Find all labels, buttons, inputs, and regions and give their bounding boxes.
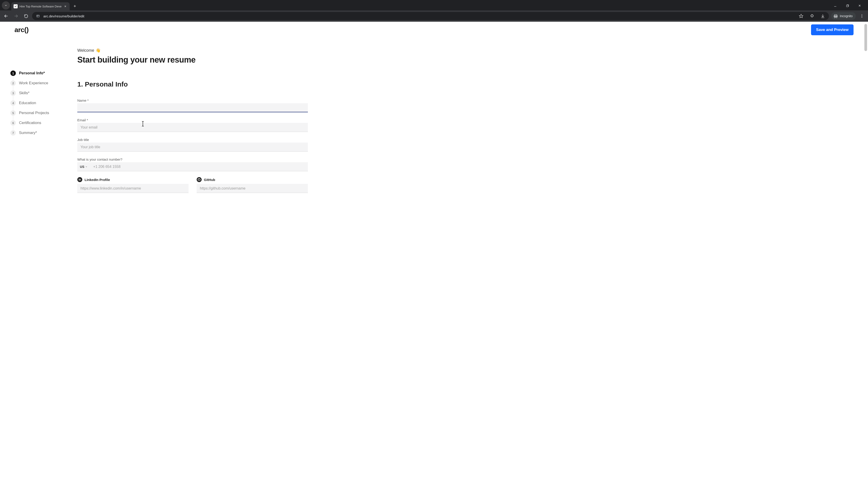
jobtitle-field-group: Job title [77,138,308,152]
site-info-icon[interactable] [35,13,41,19]
scrollbar[interactable] [864,22,868,488]
app-header: arc() Save and Preview [0,22,868,38]
browser-tab[interactable]: Hire Top Remote Software Deve [11,2,70,10]
github-icon [197,177,202,182]
email-input[interactable] [77,123,308,132]
step-label: Personal Projects [19,111,49,115]
wave-icon: 👋 [96,48,101,53]
browser-menu-icon[interactable] [858,12,866,20]
step-label: Education [19,101,36,105]
step-number: 7 [10,130,16,135]
linkedin-field-group: in LinkedIn Profile [77,177,188,193]
url-text: arc.dev/resume/builder/edit [43,14,796,18]
step-number: 2 [10,80,16,86]
linkedin-icon: in [77,177,82,182]
github-input[interactable] [197,184,308,193]
incognito-label: Incognito [840,14,852,18]
svg-rect-11 [37,15,39,17]
step-number: 4 [10,100,16,106]
country-code-select[interactable]: US [77,162,90,171]
window-close-icon[interactable] [856,2,863,9]
sidebar-item-personal-info[interactable]: 1 Personal Info* [10,68,74,78]
svg-point-18 [862,16,862,17]
name-input[interactable] [77,103,308,112]
resume-steps-sidebar: 1 Personal Info* 2 Work Experience 3 Ski… [10,38,74,193]
main-content: Welcome 👋 Start building your new resume… [77,38,308,193]
forward-button[interactable] [12,12,20,20]
name-label: Name * [77,98,308,102]
step-number: 3 [10,90,16,96]
address-bar[interactable]: arc.dev/resume/builder/edit [32,12,829,20]
tabstrip: Hire Top Remote Software Deve [0,0,868,10]
section-title: 1. Personal Info [77,80,308,88]
logo[interactable]: arc() [14,26,29,34]
bookmark-icon[interactable] [798,13,804,20]
back-button[interactable] [2,12,10,20]
page-headline: Start building your new resume [77,55,308,65]
sidebar-item-personal-projects[interactable]: 5 Personal Projects [10,108,74,118]
step-label: Work Experience [19,81,48,86]
sidebar-item-education[interactable]: 4 Education [10,98,74,108]
browser-toolbar: arc.dev/resume/builder/edit Incognito [0,10,868,22]
tab-favicon [13,4,18,8]
step-number: 1 [10,70,16,76]
extensions-icon[interactable] [809,13,815,20]
incognito-chip[interactable]: Incognito [831,12,856,20]
new-tab-button[interactable] [71,3,78,9]
linkedin-input[interactable] [77,184,188,193]
sidebar-item-summary[interactable]: 7 Summary* [10,128,74,138]
step-number: 6 [10,120,16,126]
tab-search-button[interactable] [2,1,10,9]
svg-marker-14 [799,14,803,18]
jobtitle-label: Job title [77,138,308,142]
downloads-icon[interactable] [819,13,826,20]
sidebar-item-skills[interactable]: 3 Skills* [10,88,74,98]
step-label: Certifications [19,121,41,125]
github-field-group: GitHub [197,177,308,193]
svg-rect-6 [846,5,848,7]
step-number: 5 [10,110,16,116]
scrollbar-thumb[interactable] [864,24,867,51]
phone-label: What is your contact number? [77,158,308,161]
email-label: Email * [77,118,308,122]
step-label: Skills* [19,91,29,95]
save-and-preview-button[interactable]: Save and Preview [811,24,854,35]
github-label: GitHub [204,178,215,182]
welcome-text: Welcome 👋 [77,48,308,53]
sidebar-item-certifications[interactable]: 6 Certifications [10,118,74,128]
step-label: Personal Info* [19,71,45,75]
personal-info-form: Name * Email * [77,98,308,193]
tab-close-icon[interactable] [63,4,67,8]
tab-title: Hire Top Remote Software Deve [20,5,61,8]
window-maximize-icon[interactable] [844,2,851,9]
step-label: Summary* [19,131,37,135]
window-minimize-icon[interactable] [832,2,839,9]
svg-point-19 [862,17,862,18]
svg-point-17 [862,14,862,15]
linkedin-label: LinkedIn Profile [85,178,110,182]
chevron-down-icon [85,166,88,168]
window-controls [832,2,866,10]
reload-button[interactable] [22,12,30,20]
phone-input[interactable] [90,162,308,171]
incognito-icon [833,14,838,18]
name-field-group: Name * [77,98,308,112]
page-viewport: arc() Save and Preview 1 Personal Info* … [0,22,868,488]
jobtitle-input[interactable] [77,142,308,152]
phone-field-group: What is your contact number? US [77,158,308,171]
sidebar-item-work-experience[interactable]: 2 Work Experience [10,78,74,88]
email-field-group: Email * [77,118,308,132]
